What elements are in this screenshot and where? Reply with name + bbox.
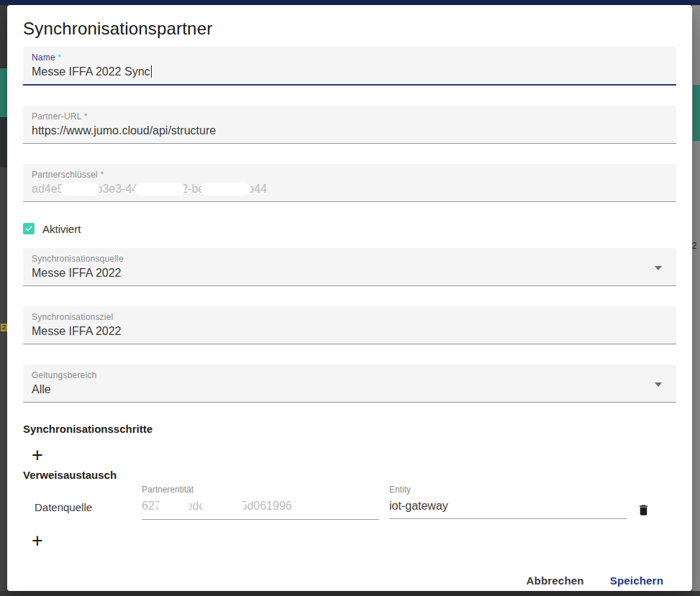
- text-cursor: [151, 65, 153, 78]
- partner-key-field: Partnerschlüssel * ad4e5b3e3-442-beb44: [23, 164, 676, 202]
- reference-exchange-heading: Verweisaustausch: [23, 469, 676, 482]
- redaction-smudge: [201, 183, 251, 196]
- background-topbar: [0, 0, 700, 5]
- scope-value: Alle: [32, 382, 668, 397]
- name-field[interactable]: Name * Messe IFFA 2022 Sync: [23, 47, 676, 86]
- partner-url-label: Partner-URL *: [32, 111, 668, 122]
- background-right-strip: 2: [692, 5, 700, 591]
- partner-key-value: ad4e5b3e3-442-beb44: [32, 182, 668, 197]
- trash-icon: [637, 503, 650, 518]
- chevron-down-icon[interactable]: [655, 382, 662, 387]
- partner-url-field[interactable]: Partner-URL * https://www.jumo.cloud/api…: [23, 106, 676, 144]
- sync-steps-heading: Synchronisationsschritte: [23, 423, 676, 436]
- background-dark-block-left: [0, 117, 7, 168]
- chevron-down-icon[interactable]: [655, 266, 662, 270]
- entity-field[interactable]: Entity iot-gateway: [389, 485, 627, 519]
- checkbox-checked-icon[interactable]: [23, 223, 35, 234]
- aktiviert-label: Aktiviert: [42, 223, 81, 235]
- sync-target-label: Synchronisationsziel: [32, 312, 668, 322]
- entity-input-value[interactable]: iot-gateway: [389, 499, 627, 519]
- redaction-smudge: [158, 500, 190, 513]
- required-asterisk: *: [84, 111, 88, 122]
- redaction-smudge: [60, 183, 100, 196]
- datasource-label: Datenquelle: [35, 501, 142, 513]
- sync-target-field[interactable]: Synchronisationsziel Messe IFFA 2022: [23, 306, 676, 344]
- required-asterisk: *: [100, 170, 104, 180]
- required-asterisk: *: [58, 52, 61, 63]
- name-label: Name *: [32, 52, 668, 63]
- background-hint-right: 2: [692, 241, 697, 251]
- add-reference-button[interactable]: +: [32, 531, 43, 550]
- background-hint-left: 2: [1, 324, 7, 331]
- partner-entity-field: Partnerentität 627edc5d061996: [142, 485, 379, 520]
- partner-entity-label: Partnerentität: [142, 485, 379, 495]
- dialog-title: Synchronisationspartner: [23, 18, 676, 40]
- entity-label: Entity: [389, 485, 627, 495]
- dialog-actions: Abbrechen Speichern: [23, 569, 676, 593]
- name-input-value[interactable]: Messe IFFA 2022 Sync: [32, 65, 668, 79]
- reference-exchange-row: Datenquelle Partnerentität 627edc5d06199…: [23, 485, 676, 520]
- background-teal-block-right: [693, 85, 700, 141]
- sync-target-value[interactable]: Messe IFFA 2022: [32, 324, 668, 339]
- background-left-strip: 2: [0, 5, 7, 591]
- background-left-upper: [0, 5, 7, 68]
- sync-source-value: Messe IFFA 2022: [32, 266, 668, 280]
- scope-select[interactable]: Geltungsbereich Alle: [23, 365, 676, 403]
- partner-key-label: Partnerschlüssel *: [32, 170, 668, 180]
- save-button[interactable]: Speichern: [604, 569, 669, 593]
- partner-entity-value: 627edc5d061996: [142, 499, 379, 520]
- add-sync-step-button[interactable]: +: [32, 446, 43, 464]
- redaction-smudge: [201, 500, 245, 513]
- scope-label: Geltungsbereich: [32, 370, 668, 380]
- partner-url-input-value[interactable]: https://www.jumo.cloud/api/structure: [32, 124, 668, 138]
- delete-row-button[interactable]: [637, 503, 650, 518]
- sync-source-label: Synchronisationsquelle: [32, 254, 668, 264]
- redaction-smudge: [135, 183, 185, 196]
- background-teal-block-left: [0, 68, 7, 117]
- aktiviert-checkbox-row[interactable]: Aktiviert: [23, 222, 676, 235]
- sync-partner-dialog: Synchronisationspartner Name * Messe IFF…: [7, 5, 692, 591]
- cancel-button[interactable]: Abbrechen: [521, 569, 590, 593]
- sync-source-select[interactable]: Synchronisationsquelle Messe IFFA 2022: [23, 248, 676, 286]
